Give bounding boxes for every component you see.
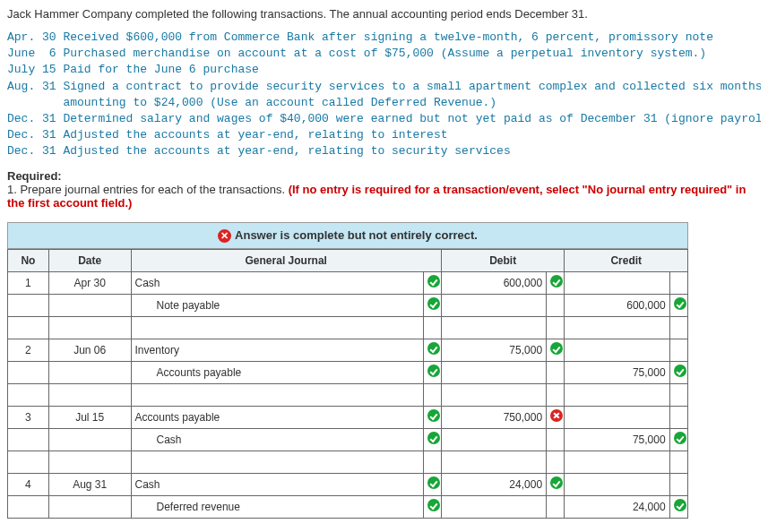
cell-debit-check — [547, 473, 565, 495]
check-icon — [427, 432, 440, 444]
cell-no — [8, 495, 49, 518]
table-row: 2Jun 06Inventory75,000 — [8, 339, 688, 361]
answer-status-banner: ✕Answer is complete but not entirely cor… — [7, 222, 688, 249]
cell-credit[interactable] — [565, 473, 669, 495]
cell-credit-check — [669, 271, 687, 294]
cell-account[interactable]: Inventory — [131, 339, 423, 361]
cell-account-check — [423, 406, 441, 428]
cell-account[interactable]: Cash — [131, 271, 423, 294]
cell-credit-check — [669, 406, 687, 428]
table-row — [8, 450, 688, 473]
check-icon — [427, 409, 440, 422]
col-no: No — [8, 249, 49, 271]
cell-credit[interactable] — [565, 271, 669, 294]
cell-debit[interactable]: 24,000 — [441, 473, 546, 495]
cell-debit[interactable]: 75,000 — [441, 339, 546, 361]
cell-credit-check — [669, 495, 687, 518]
check-icon — [674, 297, 686, 310]
cell-account-check — [423, 495, 441, 518]
check-icon — [674, 499, 686, 511]
cell-debit-check — [547, 495, 565, 518]
cell-debit-check — [547, 361, 565, 383]
cell-credit[interactable] — [565, 339, 669, 361]
cell-account[interactable]: Cash — [131, 428, 423, 450]
cell-no — [8, 361, 49, 383]
check-icon — [427, 476, 440, 489]
cell-no: 3 — [8, 406, 49, 428]
cell-date[interactable] — [48, 361, 131, 383]
cell-account-check — [423, 271, 441, 294]
table-row: 3Jul 15Accounts payable750,000 — [8, 406, 688, 428]
cell-debit-check — [547, 428, 565, 450]
error-icon: ✕ — [218, 229, 231, 243]
banner-text: Answer is complete but not entirely corr… — [235, 228, 478, 242]
col-credit: Credit — [565, 249, 688, 271]
cell-credit-check — [669, 473, 687, 495]
check-icon — [427, 342, 440, 355]
cell-debit[interactable] — [441, 361, 546, 383]
x-icon — [550, 409, 563, 422]
check-icon — [550, 476, 563, 489]
cell-no: 1 — [8, 271, 49, 294]
problem-intro: Jack Hammer Company completed the follow… — [7, 7, 761, 21]
cell-date[interactable]: Apr 30 — [48, 271, 131, 294]
check-icon — [427, 499, 440, 511]
cell-no — [8, 294, 49, 316]
required-heading: Required: — [7, 169, 761, 183]
cell-credit-check — [669, 361, 687, 383]
cell-debit-check — [547, 406, 565, 428]
check-icon — [674, 365, 686, 377]
cell-debit[interactable]: 600,000 — [441, 271, 546, 294]
cell-credit[interactable]: 600,000 — [565, 294, 669, 316]
cell-date[interactable] — [48, 495, 131, 518]
check-icon — [427, 297, 440, 310]
cell-debit[interactable] — [441, 294, 546, 316]
cell-debit-check — [547, 294, 565, 316]
table-row: Deferred revenue24,000 — [8, 495, 688, 518]
cell-account-check — [423, 473, 441, 495]
cell-account[interactable]: Deferred revenue — [131, 495, 423, 518]
table-row: Accounts payable75,000 — [8, 361, 688, 383]
cell-credit[interactable]: 75,000 — [565, 361, 669, 383]
table-row: Note payable600,000 — [8, 294, 688, 316]
cell-credit[interactable]: 24,000 — [565, 495, 669, 518]
table-row — [8, 316, 688, 339]
table-row: 4Aug 31Cash24,000 — [8, 473, 688, 495]
check-icon — [550, 275, 563, 287]
cell-account-check — [423, 294, 441, 316]
cell-debit[interactable] — [441, 495, 546, 518]
cell-date[interactable] — [48, 428, 131, 450]
cell-account-check — [423, 428, 441, 450]
cell-date[interactable]: Jun 06 — [48, 339, 131, 361]
cell-account[interactable]: Cash — [131, 473, 423, 495]
cell-account[interactable]: Accounts payable — [131, 361, 423, 383]
cell-debit[interactable]: 750,000 — [441, 406, 546, 428]
col-debit: Debit — [441, 249, 565, 271]
col-date: Date — [48, 249, 131, 271]
table-row — [8, 383, 688, 406]
transactions-list: Apr. 30 Received $600,000 from Commerce … — [7, 30, 761, 160]
cell-account[interactable]: Note payable — [131, 294, 423, 316]
check-icon — [427, 365, 440, 377]
cell-date[interactable] — [48, 294, 131, 316]
cell-account[interactable]: Accounts payable — [131, 406, 423, 428]
cell-no — [8, 428, 49, 450]
cell-date[interactable]: Aug 31 — [48, 473, 131, 495]
cell-credit[interactable] — [565, 406, 669, 428]
cell-credit-check — [669, 294, 687, 316]
cell-debit-check — [547, 271, 565, 294]
cell-no: 4 — [8, 473, 49, 495]
cell-date[interactable]: Jul 15 — [48, 406, 131, 428]
cell-debit[interactable] — [441, 428, 546, 450]
cell-no: 2 — [8, 339, 49, 361]
cell-credit-check — [669, 339, 687, 361]
col-general-journal: General Journal — [131, 249, 441, 271]
cell-credit-check — [669, 428, 687, 450]
table-row: Cash75,000 — [8, 428, 688, 450]
cell-account-check — [423, 361, 441, 383]
required-prefix: 1. Prepare journal entries for each of t… — [7, 183, 289, 196]
check-icon — [674, 432, 686, 444]
journal-entries-table: No Date General Journal Debit Credit 1Ap… — [7, 249, 688, 519]
check-icon — [550, 342, 563, 355]
cell-credit[interactable]: 75,000 — [565, 428, 669, 450]
